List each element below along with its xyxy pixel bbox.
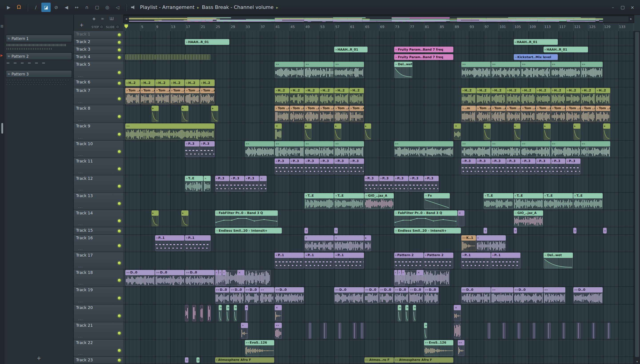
clip[interactable]: »Tom ..m — [155, 88, 169, 104]
clip[interactable]: × — [454, 124, 461, 140]
clip[interactable]: × — [237, 270, 245, 286]
vertical-scrollbar[interactable]: ▾ — [634, 31, 640, 364]
track-header[interactable]: Track 14... — [74, 210, 123, 227]
clip[interactable] — [517, 323, 521, 339]
clip[interactable]: »Tom ..m — [185, 88, 199, 104]
clip[interactable] — [360, 323, 364, 339]
track-mute-led[interactable] — [118, 279, 121, 282]
clip[interactable]: ∞ — [226, 305, 230, 322]
pattern-item[interactable]: ≡Pattern 2 — [6, 52, 72, 60]
track-header[interactable]: Track 15 — [74, 227, 123, 235]
pattern-item[interactable]: ≡Pattern 1 — [6, 34, 72, 42]
timeline-ruler[interactable]: 5913172125293337414549535761656973778185… — [123, 23, 634, 32]
clip[interactable]: » — [334, 228, 338, 234]
track-mute-led[interactable] — [118, 314, 121, 318]
clip[interactable]: ∞ — [424, 323, 427, 339]
step-toggle[interactable] — [100, 25, 104, 29]
magnet-snap-tool[interactable]: ∩ — [82, 3, 92, 12]
clip[interactable]: »P..3 — [215, 176, 229, 192]
clip[interactable]: »» — [551, 141, 580, 157]
track-mute-led[interactable] — [118, 33, 121, 36]
clip[interactable]: »P..3 — [334, 158, 349, 174]
clip[interactable]: »Pattern 2 — [394, 252, 423, 268]
track-mute-led[interactable] — [118, 230, 121, 232]
clip[interactable]: »P..1 — [185, 235, 211, 251]
clip[interactable]: »H..2 — [185, 80, 199, 86]
playback-tool[interactable]: ◁ — [113, 3, 122, 12]
clip[interactable]: »Tom ..m — [140, 88, 155, 104]
clip[interactable]: ∞ — [405, 305, 409, 322]
clip[interactable] — [338, 323, 342, 339]
track-mute-led[interactable] — [118, 332, 121, 335]
clip[interactable]: »»D..0 — [245, 287, 259, 304]
clip[interactable] — [185, 54, 211, 60]
clip[interactable]: »Tom ..m — [200, 88, 215, 104]
clip[interactable]: ~Del..wet — [394, 62, 412, 78]
clip[interactable] — [532, 323, 536, 339]
clip[interactable]: »P..3 — [476, 158, 491, 174]
clip[interactable]: »»D..0 — [409, 287, 423, 304]
clip[interactable]: »P..3 — [185, 141, 199, 157]
clip[interactable]: »Tom ..m — [275, 106, 289, 122]
maximize-button[interactable]: ▢ — [618, 2, 627, 13]
track-header[interactable]: Track 21... — [74, 322, 123, 340]
clip[interactable]: »» — [275, 141, 304, 157]
scroll-down-button[interactable]: ▾ — [634, 360, 640, 364]
clip[interactable]: »H..2 — [491, 88, 506, 104]
clip[interactable]: »HAAH..R_01 — [185, 39, 230, 45]
clip[interactable]: »H..2 — [566, 88, 580, 104]
clip[interactable]: »H..2 — [461, 88, 476, 104]
clip[interactable]: » — [476, 235, 506, 251]
clip[interactable] — [577, 323, 580, 339]
scroll-right-button[interactable]: ▸ — [628, 16, 634, 23]
clip[interactable]: »» — [491, 141, 520, 157]
clip[interactable]: ▸ — [181, 106, 188, 122]
clip[interactable]: › — [219, 270, 222, 286]
clip[interactable] — [323, 323, 326, 339]
slip-tool[interactable]: ↔ — [72, 3, 81, 12]
clip[interactable]: »» — [245, 141, 274, 157]
track-header[interactable]: Track 5... — [74, 61, 123, 79]
clip[interactable]: »»D..0 — [275, 287, 304, 304]
clip[interactable]: ∞ — [219, 305, 222, 322]
clip[interactable]: »» — [334, 62, 364, 78]
clip[interactable]: ~GIO_..jaz_A — [514, 210, 543, 226]
clip[interactable]: »Tom ..m — [566, 106, 580, 122]
clip[interactable]: › — [398, 270, 401, 286]
clip[interactable]: »»D..0 — [573, 287, 603, 304]
clip[interactable]: ▸ — [573, 124, 580, 140]
minimize-button[interactable]: – — [608, 2, 618, 13]
clip[interactable] — [155, 54, 184, 60]
clip[interactable]: »Tom ..m — [551, 106, 565, 122]
clip[interactable]: »» — [458, 340, 465, 356]
clip[interactable]: ∞ — [413, 305, 416, 322]
track-mute-led[interactable] — [118, 349, 121, 352]
clip[interactable]: »Tom ..m — [334, 106, 349, 122]
track-header[interactable]: Track 8... — [74, 105, 123, 123]
clip[interactable]: ▸ — [364, 124, 371, 140]
clip[interactable]: »H..2 — [349, 88, 364, 104]
clip[interactable]: »Tom ..m — [320, 106, 334, 122]
clip[interactable]: ▸ — [152, 210, 159, 226]
track-header[interactable]: Track 19... — [74, 287, 123, 304]
clip[interactable]: »» — [304, 141, 334, 157]
add-track-button[interactable]: + — [80, 22, 84, 28]
clip[interactable]: ▸ — [211, 106, 218, 122]
clip[interactable]: »P..3 — [506, 158, 521, 174]
clip[interactable] — [200, 305, 203, 322]
clip[interactable]: × — [275, 305, 282, 322]
track-mute-led[interactable] — [118, 202, 121, 205]
track-mute-led[interactable] — [118, 115, 121, 118]
clip[interactable]: »Tom ..m — [290, 106, 304, 122]
clip[interactable]: »H..2 — [581, 88, 595, 104]
clip[interactable]: ▸ — [603, 124, 610, 140]
clip[interactable]: »P..3 — [536, 158, 550, 174]
clip[interactable]: » — [484, 228, 487, 234]
clip[interactable]: »H..2 — [320, 88, 334, 104]
clip[interactable]: »H..2 — [304, 88, 319, 104]
track-header[interactable]: Track 11... — [74, 158, 123, 175]
track-mute-led[interactable] — [118, 185, 121, 188]
clip[interactable]: »»D..0 — [424, 287, 439, 304]
clip[interactable]: »»EvoS..126 — [245, 340, 274, 356]
clip[interactable]: »P..1 — [304, 252, 334, 268]
